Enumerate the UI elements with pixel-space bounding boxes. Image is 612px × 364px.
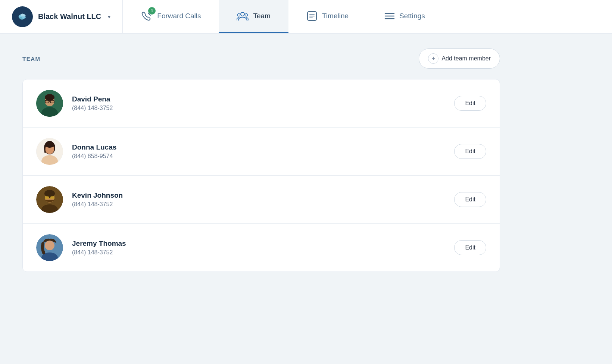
settings-icon	[384, 12, 395, 20]
edit-button-kevin-johnson[interactable]: Edit	[454, 192, 486, 207]
tab-forward-calls-label: Forward Calls	[157, 12, 201, 20]
plus-icon: +	[428, 53, 438, 64]
timeline-icon-svg	[306, 10, 318, 22]
member-phone: (844) 148-3752	[72, 201, 445, 208]
member-phone: (844) 148-3752	[72, 249, 445, 256]
avatar-donna-svg	[36, 138, 63, 165]
phone-forward-icon: 1	[141, 10, 153, 22]
timeline-icon	[306, 10, 318, 22]
svg-point-26	[45, 142, 54, 148]
team-member-row: Donna Lucas (844) 858-9574 Edit	[23, 128, 500, 176]
member-info-donna: Donna Lucas (844) 858-9574	[72, 143, 445, 160]
team-card: David Pena (844) 148-3752 Edit	[22, 79, 500, 272]
main-content: TEAM + Add team member	[0, 34, 522, 287]
header: Black Walnut LLC ▾ 1 Forward Calls	[0, 0, 612, 34]
tab-timeline-label: Timeline	[322, 12, 349, 20]
svg-point-18	[45, 94, 54, 101]
brand-logo	[12, 6, 33, 27]
tab-forward-calls[interactable]: 1 Forward Calls	[123, 0, 219, 33]
svg-rect-31	[45, 196, 49, 199]
tab-settings-label: Settings	[399, 12, 425, 20]
avatar-jeremy-thomas	[36, 234, 63, 261]
member-phone: (844) 148-3752	[72, 105, 445, 112]
svg-point-6	[238, 14, 240, 16]
settings-icon-svg	[384, 12, 395, 20]
team-member-row: Kevin Johnson (844) 148-3752 Edit	[23, 176, 500, 224]
brand-name: Black Walnut LLC	[38, 12, 101, 21]
member-phone: (844) 858-9574	[72, 153, 445, 160]
avatar-donna-lucas	[36, 138, 63, 165]
svg-point-36	[45, 241, 54, 250]
brand-logo-svg	[16, 10, 29, 23]
member-info-kevin: Kevin Johnson (844) 148-3752	[72, 191, 445, 208]
add-team-member-button[interactable]: + Add team member	[419, 48, 500, 69]
avatar-david-pena	[36, 90, 63, 117]
team-member-row: Jeremy Thomas (844) 148-3752 Edit	[23, 224, 500, 272]
team-icon-svg	[237, 10, 249, 22]
section-header: TEAM + Add team member	[22, 48, 500, 69]
avatar-jeremy-svg	[36, 234, 63, 261]
edit-button-jeremy-thomas[interactable]: Edit	[454, 240, 486, 255]
forward-calls-badge: 1	[148, 7, 156, 15]
add-member-label: Add team member	[441, 55, 491, 62]
svg-point-5	[241, 12, 244, 16]
section-title: TEAM	[22, 56, 41, 62]
tab-team[interactable]: Team	[219, 0, 288, 33]
svg-rect-32	[50, 196, 54, 199]
edit-button-david-pena[interactable]: Edit	[454, 96, 486, 111]
avatar-kevin-svg	[36, 186, 63, 213]
svg-point-7	[245, 14, 248, 16]
phone-badge-wrapper: 1	[141, 10, 153, 22]
tab-settings[interactable]: Settings	[366, 0, 443, 33]
member-name: Kevin Johnson	[72, 191, 445, 200]
brand-chevron-icon: ▾	[108, 14, 110, 20]
team-icon	[237, 10, 249, 22]
tab-team-label: Team	[253, 12, 270, 20]
member-info-david: David Pena (844) 148-3752	[72, 95, 445, 112]
avatar-kevin-johnson	[36, 186, 63, 213]
nav-tabs: 1 Forward Calls Team	[123, 0, 612, 33]
team-member-row: David Pena (844) 148-3752 Edit	[23, 79, 500, 128]
member-name: Jeremy Thomas	[72, 239, 445, 248]
brand-area[interactable]: Black Walnut LLC ▾	[0, 0, 123, 33]
member-name: David Pena	[72, 95, 445, 103]
avatar-david-svg	[36, 90, 63, 117]
member-info-jeremy: Jeremy Thomas (844) 148-3752	[72, 239, 445, 256]
tab-timeline[interactable]: Timeline	[288, 0, 366, 33]
edit-button-donna-lucas[interactable]: Edit	[454, 144, 486, 159]
member-name: Donna Lucas	[72, 143, 445, 151]
